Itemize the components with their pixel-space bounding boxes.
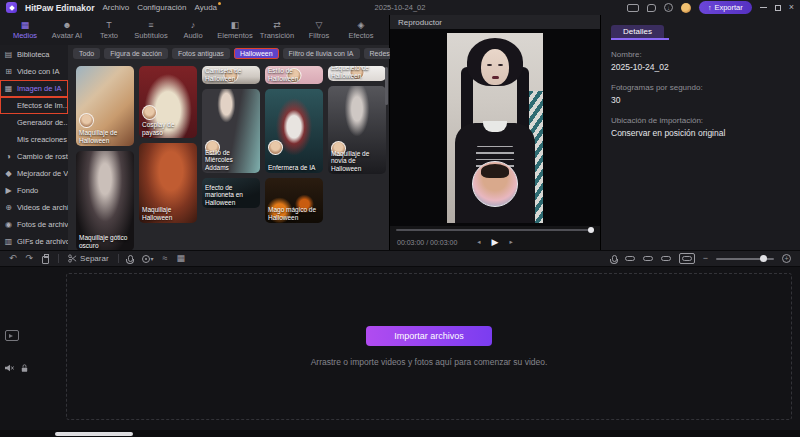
undo-icon[interactable]: ↶ xyxy=(9,254,17,263)
sidebar-item-gifs-de-archivo[interactable]: ▥GIFs de archivo xyxy=(0,233,68,250)
record-icon[interactable] xyxy=(142,255,150,263)
media-sidebar: ▤Biblioteca ⊞Video con IA ▦Imagen de IA … xyxy=(0,45,68,250)
media-thumbnail[interactable]: Maquillaje de Halloween xyxy=(76,66,134,146)
timeline-toolbar: ↶ ↷ Separar ▾ ≈ ▦ − + xyxy=(0,250,800,267)
minimize-button[interactable] xyxy=(760,7,767,8)
next-frame-button[interactable]: ▸ xyxy=(509,238,512,246)
tab-filtros[interactable]: ▽Filtros xyxy=(298,21,340,40)
audio-mic-icon[interactable] xyxy=(612,255,617,262)
shortcut-panel-icon[interactable] xyxy=(627,4,639,12)
tab-texto[interactable]: TTexto xyxy=(88,21,130,40)
field-nombre: Nombre: 2025-10-24_02 xyxy=(611,50,790,72)
zoom-slider-thumb[interactable] xyxy=(760,255,767,262)
media-thumbnail[interactable]: Cosplay de payaso xyxy=(139,66,197,138)
app-window: HitPaw Edimakor Archivo Configuración Ay… xyxy=(0,0,800,437)
media-thumbnail[interactable]: Maquillaje gótico oscuro xyxy=(76,151,134,250)
zoom-out-icon[interactable]: − xyxy=(703,254,708,263)
sidebar-item-video-con-ia[interactable]: ⊞Video con IA xyxy=(0,63,68,80)
effects-grid-area: Todo Figura de acción Fotos antiguas Hal… xyxy=(68,45,389,250)
sidebar-item-biblioteca[interactable]: ▤Biblioteca xyxy=(0,46,68,63)
face-preview-avatar xyxy=(142,105,157,120)
sidebar-item-imagen-de-ia[interactable]: ▦Imagen de IA xyxy=(0,80,68,97)
delete-icon[interactable] xyxy=(42,256,49,264)
media-panel: ▦Medios ☻Avatar AI TTexto ≡Subtítulos ♪A… xyxy=(0,15,390,250)
media-thumbnail[interactable]: Maquillaje Halloween xyxy=(139,143,197,223)
export-button[interactable]: ↑Exportar xyxy=(699,1,752,14)
media-grid: Maquillaje de Halloween Maquillaje gótic… xyxy=(68,62,389,250)
tab-avatar-ai[interactable]: ☻Avatar AI xyxy=(46,21,88,40)
audio-icon: ♪ xyxy=(191,21,196,30)
chip-figura-de-accion[interactable]: Figura de acción xyxy=(104,48,168,59)
lock-icon[interactable] xyxy=(20,363,29,373)
user-avatar[interactable] xyxy=(681,3,691,13)
tab-subtitulos[interactable]: ≡Subtítulos xyxy=(130,21,172,40)
voice-change-icon[interactable]: ≈ xyxy=(163,254,168,263)
close-button[interactable]: × xyxy=(789,3,794,12)
play-button[interactable]: ▶ xyxy=(492,237,499,247)
details-panel: Detalles Nombre: 2025-10-24_02 Fotograma… xyxy=(601,15,800,250)
scrollbar-thumb[interactable] xyxy=(55,432,133,436)
tab-detalles[interactable]: Detalles xyxy=(611,25,664,38)
sidebar-item-fondo[interactable]: ▶Fondo xyxy=(0,182,68,199)
feedback-icon[interactable] xyxy=(647,4,656,12)
timecode: 00:03:00 / 00:03:00 xyxy=(397,239,457,246)
menu-ayuda[interactable]: Ayuda xyxy=(195,3,218,12)
media-thumbnail[interactable]: Mago mágico de Halloween xyxy=(265,178,323,223)
zoom-in-icon[interactable]: + xyxy=(782,254,791,263)
sidebar-item-videos-de-archivo[interactable]: ⊕Videos de archivo xyxy=(0,199,68,216)
fit-timeline-icon[interactable] xyxy=(679,253,695,264)
chip-fotos-antiguas[interactable]: Fotos antiguas xyxy=(172,48,230,59)
horizontal-scrollbar[interactable] xyxy=(0,430,800,437)
tab-transicion[interactable]: ⇄Transición xyxy=(256,21,298,40)
avatar-icon: ☻ xyxy=(62,21,71,30)
field-fps: Fotogramas por segundo: 30 xyxy=(611,83,790,105)
sidebar-item-mis-creaciones[interactable]: Mis creaciones xyxy=(0,131,68,148)
chip-todo[interactable]: Todo xyxy=(73,48,100,59)
ai-video-icon: ⊞ xyxy=(4,67,13,76)
tab-audio[interactable]: ♪Audio xyxy=(172,21,214,40)
sidebar-item-fotos-de-archivo[interactable]: ◉Fotos de archivo xyxy=(0,216,68,233)
media-icon: ▦ xyxy=(21,21,30,30)
media-thumbnail[interactable]: Camiseta de Halloween xyxy=(202,66,260,84)
sidebar-item-generador[interactable]: Generador de... xyxy=(0,114,68,131)
import-files-button[interactable]: Importar archivos xyxy=(366,326,492,346)
menu-configuracion[interactable]: Configuración xyxy=(137,3,186,12)
divider xyxy=(58,254,59,263)
sidebar-item-cambio-de-rostro[interactable]: ◑Cambio de rostro xyxy=(0,148,68,165)
tab-efectos[interactable]: ◈Efectos xyxy=(340,21,382,40)
timeline-dropzone[interactable]: Importar archivos Arrastre o importe vid… xyxy=(66,273,792,420)
chip-filtro-lluvia[interactable]: Filtro de lluvia con IA xyxy=(283,48,360,59)
mute-icon[interactable] xyxy=(4,363,14,373)
media-thumbnail[interactable]: Maquillaje de novia de Halloween xyxy=(328,86,386,174)
maximize-button[interactable] xyxy=(775,5,781,11)
media-thumbnail[interactable]: Enfermera de IA xyxy=(265,89,323,173)
progress-thumb[interactable] xyxy=(588,227,594,233)
track-manager-icon[interactable]: ▦ xyxy=(177,254,186,263)
media-thumbnail[interactable]: Esqueleto de Halloween xyxy=(328,66,386,81)
auto-ripple-icon[interactable] xyxy=(661,256,671,261)
grid-scrollbar[interactable] xyxy=(385,67,388,105)
library-icon: ▤ xyxy=(4,50,13,59)
app-logo-icon xyxy=(6,2,17,13)
sidebar-item-mejorador[interactable]: ◆Mejorador de V... xyxy=(0,165,68,182)
split-button[interactable]: Separar xyxy=(68,254,108,263)
download-update-icon[interactable]: ↓ xyxy=(664,3,673,12)
media-thumbnail[interactable]: Efecto de marioneta en Halloween xyxy=(202,178,260,208)
menu-archivo[interactable]: Archivo xyxy=(102,3,129,12)
media-thumbnail[interactable]: Estilo de Halloween xyxy=(265,66,323,84)
tab-elementos[interactable]: ◧Elementos xyxy=(214,21,256,40)
redo-icon[interactable]: ↷ xyxy=(26,254,34,263)
sidebar-item-efectos-de-imagen[interactable]: Efectos de Im... xyxy=(0,97,68,114)
face-preview-avatar xyxy=(268,140,283,155)
previous-frame-button[interactable]: ◂ xyxy=(477,238,480,246)
zoom-slider[interactable] xyxy=(716,258,774,260)
microphone-icon[interactable] xyxy=(128,255,133,262)
record-caret-icon[interactable]: ▾ xyxy=(151,256,154,262)
tab-medios[interactable]: ▦Medios xyxy=(4,21,46,40)
face-preview-avatar xyxy=(79,113,94,128)
magnet-snap-icon[interactable] xyxy=(643,256,653,261)
link-clip-icon[interactable] xyxy=(625,256,635,261)
media-thumbnail[interactable]: Estilo de Miércoles Addams xyxy=(202,89,260,173)
chip-halloween[interactable]: Halloween xyxy=(234,48,279,59)
player-progress[interactable] xyxy=(390,226,600,234)
